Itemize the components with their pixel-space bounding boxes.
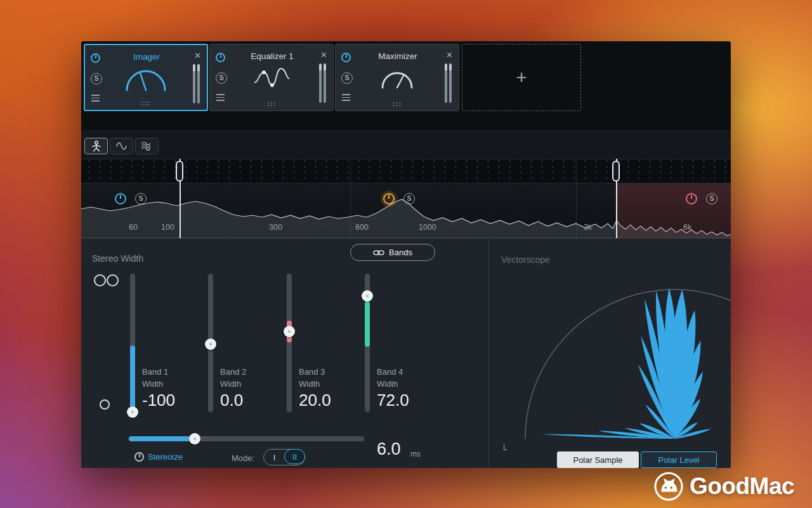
view-toolbar (81, 131, 731, 159)
polar-sample-button[interactable]: Polar Sample (557, 451, 639, 468)
stereo-icon[interactable] (94, 274, 119, 286)
module-solo-icon[interactable]: S (91, 73, 102, 84)
delay-knob[interactable] (189, 433, 200, 444)
band1-solo-button[interactable]: S (135, 193, 147, 204)
band3-solo-button[interactable]: S (403, 193, 415, 204)
wave-icon (115, 141, 128, 151)
delay-value[interactable]: 6.0 (377, 439, 401, 459)
disabled-band-region (617, 184, 731, 237)
module-card-imager[interactable]: Imager ✕ S (84, 44, 208, 111)
band-value[interactable]: 0.0 (220, 391, 243, 410)
band4-width-knob[interactable] (362, 290, 373, 302)
freq-label: 6k (683, 223, 691, 232)
module-power-icon[interactable] (341, 53, 351, 62)
mode-II-button[interactable]: II (284, 449, 305, 464)
desktop-wallpaper: Imager ✕ S Equalizer 1 ✕ S (0, 0, 812, 508)
tab-stereo-image-view[interactable] (84, 138, 108, 154)
meter-bar (193, 64, 195, 104)
delay-unit: ms (410, 450, 421, 458)
maximizer-gauge-icon (378, 64, 416, 91)
module-card-maximizer[interactable]: Maximizer ✕ S (335, 44, 459, 111)
band1-width-knob[interactable] (127, 406, 138, 418)
waves-icon (141, 141, 154, 151)
left-channel-label: L (503, 443, 508, 452)
polar-level-button[interactable]: Polar Level (641, 451, 717, 468)
mode-I-button[interactable]: I (264, 450, 285, 465)
band3-power-icon[interactable] (383, 193, 395, 204)
band3-width-slider[interactable] (284, 274, 295, 412)
tab-wave-view[interactable] (110, 138, 133, 154)
module-close-icon[interactable]: ✕ (446, 50, 453, 60)
meter-bar (319, 64, 322, 103)
crossover-line (350, 159, 351, 238)
band-param: Width (299, 379, 320, 389)
module-solo-icon[interactable]: S (216, 72, 227, 84)
module-title: Equalizer 1 (229, 51, 315, 61)
module-card-equalizer[interactable]: Equalizer 1 ✕ S (209, 44, 334, 111)
module-menu-icon[interactable] (91, 95, 100, 102)
module-menu-icon[interactable] (216, 94, 225, 101)
drag-handle-icon[interactable] (266, 102, 277, 106)
band-name: Band 4 (377, 367, 403, 377)
freq-label: 1000 (419, 223, 436, 232)
band1-power-icon[interactable] (115, 193, 126, 204)
band2-width-slider[interactable] (205, 274, 216, 412)
module-title: Maximizer (355, 51, 441, 61)
cat-logo-icon (653, 471, 684, 502)
band-param: Width (220, 379, 241, 389)
band-param: Width (377, 379, 398, 389)
freq-label: 60 (129, 223, 138, 232)
band4-power-icon[interactable] (686, 193, 697, 204)
band1-width-slider[interactable] (127, 274, 138, 412)
meter-bar (197, 64, 200, 104)
crossover-handle[interactable] (612, 161, 620, 182)
spectrum-display: 60 100 300 600 1000 3k 6k (81, 184, 731, 238)
tab-multiwave-view[interactable] (135, 138, 159, 154)
watermark-text: GoodMac (690, 473, 794, 500)
crossover-handle[interactable] (176, 161, 183, 182)
ozone-plugin-window: Imager ✕ S Equalizer 1 ✕ S (81, 41, 731, 468)
equalizer-curve-icon (251, 64, 292, 91)
bands-button-label: Bands (389, 248, 412, 257)
module-title: Imager (104, 52, 189, 62)
imager-controls-section: Stereo Width Bands (81, 238, 731, 468)
drag-handle-icon[interactable] (392, 102, 402, 106)
freq-label: 300 (269, 223, 282, 232)
drag-handle-icon[interactable] (141, 101, 151, 105)
band3-width-knob[interactable] (284, 326, 295, 337)
person-icon (90, 140, 103, 152)
band-name: Band 3 (299, 367, 325, 377)
band-value[interactable]: 20.0 (299, 391, 331, 410)
freq-label: 100 (161, 223, 174, 232)
band-value[interactable]: 72.0 (377, 391, 409, 410)
module-close-icon[interactable]: ✕ (194, 51, 201, 60)
vectorscope-display (489, 239, 731, 468)
band-param: Width (142, 379, 163, 389)
band-name: Band 2 (220, 367, 246, 377)
freq-label: 3k (584, 223, 592, 232)
bands-link-button[interactable]: Bands (350, 244, 435, 261)
stereoize-mode-toggle: I II (263, 449, 305, 465)
link-icon (373, 250, 384, 256)
module-close-icon[interactable]: ✕ (320, 50, 327, 60)
band4-width-slider[interactable] (362, 274, 373, 412)
meter-bar (445, 64, 447, 103)
module-solo-icon[interactable]: S (341, 72, 353, 84)
meter-bar (449, 64, 452, 103)
band2-width-knob[interactable] (205, 338, 216, 350)
imager-gauge-icon (119, 62, 173, 93)
band4-solo-button[interactable]: S (706, 193, 717, 204)
stereoize-delay-slider[interactable] (129, 434, 370, 444)
meter-bar (324, 64, 326, 103)
section-title: Stereo Width (92, 253, 143, 264)
module-power-icon[interactable] (91, 53, 100, 63)
band-name: Band 1 (142, 367, 168, 377)
add-module-button[interactable]: + (462, 44, 581, 111)
mono-icon[interactable] (100, 399, 110, 410)
stereoize-label: Stereoize (148, 452, 183, 462)
stereoize-power-icon[interactable] (134, 452, 144, 462)
band-value[interactable]: -100 (142, 391, 175, 410)
module-menu-icon[interactable] (342, 94, 350, 101)
module-chain: Imager ✕ S Equalizer 1 ✕ S (81, 41, 731, 131)
module-power-icon[interactable] (216, 53, 225, 62)
